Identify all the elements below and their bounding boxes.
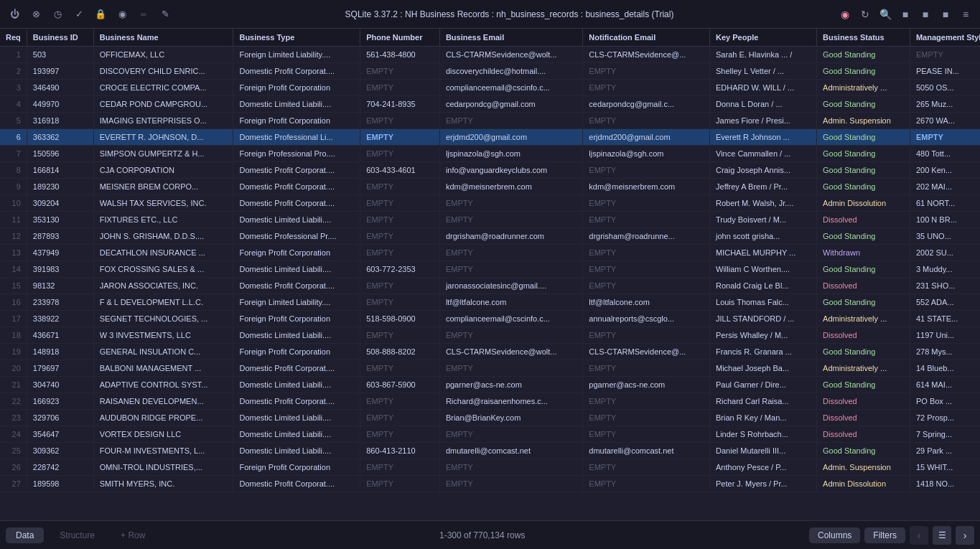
table-row[interactable]: 10 309204 WALSH TAX SERVICES, INC. Domes… xyxy=(0,195,980,212)
cell-row-num: 18 xyxy=(0,327,27,344)
columns-button[interactable]: Columns xyxy=(809,527,860,543)
table-row[interactable]: 24 354647 VORTEX DESIGN LLC Domestic Lim… xyxy=(0,426,980,443)
cell-notif: CLS-CTARMSevidence@... xyxy=(583,47,710,63)
filter-settings-button[interactable]: ☰ xyxy=(933,526,951,545)
filters-button[interactable]: Filters xyxy=(864,527,905,543)
cell-name: W 3 INVESTMENTS, LLC xyxy=(93,327,233,344)
table-row[interactable]: 18 436671 W 3 INVESTMENTS, LLC Domestic … xyxy=(0,327,980,344)
cell-row-num: 14 xyxy=(0,261,27,278)
stop-icon[interactable]: ⊗ xyxy=(27,6,45,23)
cell-mgmt: 14 Blueb... xyxy=(910,360,980,377)
cell-mgmt: 61 NORT... xyxy=(910,195,980,212)
col-business-id[interactable]: Business ID xyxy=(27,29,93,47)
cell-email: EMPTY xyxy=(439,327,582,344)
table-row[interactable]: 19 148918 GENERAL INSULATION C... Foreig… xyxy=(0,344,980,360)
cell-row-num: 17 xyxy=(0,311,27,327)
stop-red-icon[interactable]: ◉ xyxy=(836,6,854,23)
refresh-icon[interactable]: ↻ xyxy=(857,6,874,23)
table-row[interactable]: 15 98132 JARON ASSOCIATES, INC. Domestic… xyxy=(0,278,980,294)
table-row[interactable]: 22 166923 RAISANEN DEVELOPMEN... Domesti… xyxy=(0,393,980,410)
shield-icon[interactable]: ◉ xyxy=(113,6,131,23)
table-container[interactable]: Req Business ID Business Name Business T… xyxy=(0,29,980,520)
cell-status: Admin Dissolution xyxy=(817,476,910,492)
cell-type: Domestic Limited Liabili.... xyxy=(233,327,360,344)
col-email[interactable]: Business Email xyxy=(439,29,582,47)
col-notif[interactable]: Notification Email xyxy=(583,29,710,47)
cell-id: 98132 xyxy=(27,278,93,294)
table-row[interactable]: 16 233978 F & L DEVELOPMENT L.L.C. Forei… xyxy=(0,294,980,311)
menu-icon[interactable]: ≡ xyxy=(957,6,974,23)
layout1-icon[interactable]: ■ xyxy=(897,6,914,23)
cell-type: Foreign Profit Corporation xyxy=(233,459,360,476)
history-icon[interactable]: ◷ xyxy=(49,6,66,23)
cell-status: Good Standing xyxy=(817,377,910,393)
cell-id: 287893 xyxy=(27,228,93,245)
cell-status: Admin. Suspension xyxy=(817,113,910,129)
table-row[interactable]: 17 338922 SEGNET TECHNOLOGIES, ... Forei… xyxy=(0,311,980,327)
table-row[interactable]: 12 287893 JOHN S. GRISHAM, D.D.S.... Dom… xyxy=(0,228,980,245)
search-icon[interactable]: 🔍 xyxy=(877,6,894,23)
col-business-name[interactable]: Business Name xyxy=(93,29,233,47)
lock-icon[interactable]: 🔒 xyxy=(92,6,109,23)
cell-name: FIXTURES ETC., LLC xyxy=(93,212,233,228)
col-phone[interactable]: Phone Number xyxy=(360,29,440,47)
table-row[interactable]: 4 449970 CEDAR POND CAMPGROU... Domestic… xyxy=(0,96,980,113)
col-people[interactable]: Key People xyxy=(710,29,817,47)
table-row[interactable]: 7 150596 SIMPSON GUMPERTZ & H... Foreign… xyxy=(0,146,980,162)
table-row[interactable]: 14 391983 FOX CROSSING SALES & ... Domes… xyxy=(0,261,980,278)
cell-status: Dissolved xyxy=(817,327,910,344)
cell-type: Domestic Profit Corporat.... xyxy=(233,162,360,179)
power-icon[interactable]: ⏻ xyxy=(6,6,23,23)
nav-prev-button[interactable]: ‹ xyxy=(910,526,928,545)
table-row[interactable]: 5 316918 IMAGING ENTERPRISES O... Foreig… xyxy=(0,113,980,129)
table-row[interactable]: 9 189230 MEISNER BREM CORPO... Domestic … xyxy=(0,179,980,195)
tab-structure[interactable]: Structure xyxy=(50,527,105,543)
col-status[interactable]: Business Status xyxy=(817,29,910,47)
table-row[interactable]: 20 179697 BALBONI MANAGEMENT ... Domesti… xyxy=(0,360,980,377)
table-row[interactable]: 21 304740 ADAPTIVE CONTROL SYST... Domes… xyxy=(0,377,980,393)
table-row[interactable]: 27 189598 SMITH MYERS, INC. Domestic Pro… xyxy=(0,476,980,492)
cell-name: OFFICEMAX, LLC xyxy=(93,47,233,63)
cell-status: Good Standing xyxy=(817,47,910,63)
table-row[interactable]: 2 193997 DISCOVERY CHILD ENRIC... Domest… xyxy=(0,63,980,80)
tab-data[interactable]: Data xyxy=(6,527,44,543)
tab-add-row[interactable]: + Row xyxy=(111,527,155,543)
edit-icon[interactable]: ✎ xyxy=(157,6,174,23)
cell-id: 228742 xyxy=(27,459,93,476)
cell-phone: 508-888-8202 xyxy=(360,344,440,360)
cell-phone: EMPTY xyxy=(360,63,440,80)
table-row[interactable]: 13 437949 DECATHLON INSURANCE ... Foreig… xyxy=(0,245,980,261)
cell-phone: EMPTY xyxy=(360,476,440,492)
table-row[interactable]: 25 309362 FOUR-M INVESTMENTS, L... Domes… xyxy=(0,443,980,459)
cell-status: Admin. Suspension xyxy=(817,459,910,476)
table-header-row: Req Business ID Business Name Business T… xyxy=(0,29,980,47)
cell-phone: EMPTY xyxy=(360,410,440,426)
cell-people: Francis R. Granara ... xyxy=(710,344,817,360)
table-row[interactable]: 8 166814 CJA CORPORATION Domestic Profit… xyxy=(0,162,980,179)
layout3-icon[interactable]: ■ xyxy=(937,6,954,23)
layout2-icon[interactable]: ■ xyxy=(917,6,934,23)
cell-type: Domestic Profit Corporat.... xyxy=(233,278,360,294)
cell-id: 309204 xyxy=(27,195,93,212)
cell-email: EMPTY xyxy=(439,459,582,476)
cell-email: complianceemail@cscinfo.c... xyxy=(439,80,582,96)
cell-phone: EMPTY xyxy=(360,195,440,212)
table-row[interactable]: 23 329706 AUDUBON RIDGE PROPE... Domesti… xyxy=(0,410,980,426)
inbox-icon[interactable]: ⎓ xyxy=(135,6,152,23)
col-req[interactable]: Req xyxy=(0,29,27,47)
cell-status: Withdrawn xyxy=(817,245,910,261)
cell-name: VORTEX DESIGN LLC xyxy=(93,426,233,443)
cell-name: DECATHLON INSURANCE ... xyxy=(93,245,233,261)
nav-next-button[interactable]: › xyxy=(956,526,974,545)
cell-email: erjdmd200@gmail.com xyxy=(439,129,582,146)
table-row[interactable]: 26 228742 OMNI-TROL INDUSTRIES,... Forei… xyxy=(0,459,980,476)
check-icon[interactable]: ✓ xyxy=(70,6,88,23)
cell-phone: 603-772-2353 xyxy=(360,261,440,278)
table-row[interactable]: 11 353130 FIXTURES ETC., LLC Domestic Li… xyxy=(0,212,980,228)
cell-notif: EMPTY xyxy=(583,410,710,426)
col-business-type[interactable]: Business Type xyxy=(233,29,360,47)
table-row[interactable]: 1 503 OFFICEMAX, LLC Foreign Limited Lia… xyxy=(0,47,980,63)
table-row[interactable]: 6 363362 EVERETT R. JOHNSON, D... Domest… xyxy=(0,129,980,146)
table-row[interactable]: 3 346490 CROCE ELECTRIC COMPA... Foreign… xyxy=(0,80,980,96)
col-mgmt[interactable]: Management Style xyxy=(910,29,980,47)
